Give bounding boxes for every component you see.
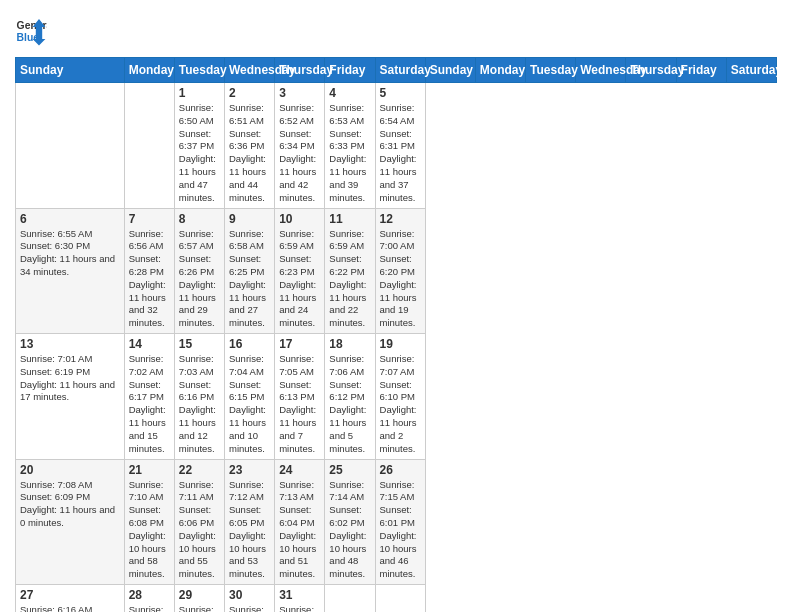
day-info: Sunrise: 6:59 AM Sunset: 6:22 PM Dayligh… bbox=[329, 228, 370, 331]
day-cell: 14Sunrise: 7:02 AM Sunset: 6:17 PM Dayli… bbox=[124, 334, 174, 460]
day-cell bbox=[16, 83, 125, 209]
day-cell: 20Sunrise: 7:08 AM Sunset: 6:09 PM Dayli… bbox=[16, 459, 125, 585]
day-cell: 9Sunrise: 6:58 AM Sunset: 6:25 PM Daylig… bbox=[225, 208, 275, 334]
day-info: Sunrise: 6:17 AM Sunset: 4:59 PM Dayligh… bbox=[129, 604, 170, 612]
day-number: 31 bbox=[279, 588, 320, 602]
day-cell: 3Sunrise: 6:52 AM Sunset: 6:34 PM Daylig… bbox=[275, 83, 325, 209]
week-row-3: 13Sunrise: 7:01 AM Sunset: 6:19 PM Dayli… bbox=[16, 334, 777, 460]
day-number: 23 bbox=[229, 463, 270, 477]
day-cell bbox=[124, 83, 174, 209]
col-header-saturday: Saturday bbox=[726, 58, 776, 83]
day-cell: 16Sunrise: 7:04 AM Sunset: 6:15 PM Dayli… bbox=[225, 334, 275, 460]
day-number: 9 bbox=[229, 212, 270, 226]
day-cell: 15Sunrise: 7:03 AM Sunset: 6:16 PM Dayli… bbox=[174, 334, 224, 460]
logo-icon: General Blue bbox=[15, 15, 47, 47]
day-cell: 21Sunrise: 7:10 AM Sunset: 6:08 PM Dayli… bbox=[124, 459, 174, 585]
day-cell: 23Sunrise: 7:12 AM Sunset: 6:05 PM Dayli… bbox=[225, 459, 275, 585]
day-info: Sunrise: 7:12 AM Sunset: 6:05 PM Dayligh… bbox=[229, 479, 270, 582]
day-info: Sunrise: 7:10 AM Sunset: 6:08 PM Dayligh… bbox=[129, 479, 170, 582]
day-number: 16 bbox=[229, 337, 270, 351]
day-number: 5 bbox=[380, 86, 421, 100]
day-cell: 6Sunrise: 6:55 AM Sunset: 6:30 PM Daylig… bbox=[16, 208, 125, 334]
day-info: Sunrise: 6:18 AM Sunset: 4:57 PM Dayligh… bbox=[179, 604, 220, 612]
col-header-tuesday: Tuesday bbox=[174, 58, 224, 83]
day-number: 8 bbox=[179, 212, 220, 226]
day-number: 30 bbox=[229, 588, 270, 602]
col-header-saturday: Saturday bbox=[375, 58, 425, 83]
day-number: 14 bbox=[129, 337, 170, 351]
day-cell: 19Sunrise: 7:07 AM Sunset: 6:10 PM Dayli… bbox=[375, 334, 425, 460]
day-number: 25 bbox=[329, 463, 370, 477]
day-info: Sunrise: 7:14 AM Sunset: 6:02 PM Dayligh… bbox=[329, 479, 370, 582]
header-row: SundayMondayTuesdayWednesdayThursdayFrid… bbox=[16, 58, 777, 83]
day-info: Sunrise: 7:00 AM Sunset: 6:20 PM Dayligh… bbox=[380, 228, 421, 331]
col-header-thursday: Thursday bbox=[626, 58, 676, 83]
day-cell: 7Sunrise: 6:56 AM Sunset: 6:28 PM Daylig… bbox=[124, 208, 174, 334]
day-info: Sunrise: 7:15 AM Sunset: 6:01 PM Dayligh… bbox=[380, 479, 421, 582]
col-header-thursday: Thursday bbox=[275, 58, 325, 83]
col-header-monday: Monday bbox=[124, 58, 174, 83]
day-cell: 31Sunrise: 6:20 AM Sunset: 4:55 PM Dayli… bbox=[275, 585, 325, 613]
day-number: 12 bbox=[380, 212, 421, 226]
col-header-sunday: Sunday bbox=[16, 58, 125, 83]
day-number: 26 bbox=[380, 463, 421, 477]
day-number: 15 bbox=[179, 337, 220, 351]
day-number: 21 bbox=[129, 463, 170, 477]
day-cell: 12Sunrise: 7:00 AM Sunset: 6:20 PM Dayli… bbox=[375, 208, 425, 334]
day-number: 7 bbox=[129, 212, 170, 226]
day-cell: 18Sunrise: 7:06 AM Sunset: 6:12 PM Dayli… bbox=[325, 334, 375, 460]
day-cell: 10Sunrise: 6:59 AM Sunset: 6:23 PM Dayli… bbox=[275, 208, 325, 334]
day-number: 19 bbox=[380, 337, 421, 351]
day-info: Sunrise: 7:06 AM Sunset: 6:12 PM Dayligh… bbox=[329, 353, 370, 456]
day-number: 6 bbox=[20, 212, 120, 226]
col-header-friday: Friday bbox=[676, 58, 726, 83]
day-info: Sunrise: 7:05 AM Sunset: 6:13 PM Dayligh… bbox=[279, 353, 320, 456]
day-info: Sunrise: 7:02 AM Sunset: 6:17 PM Dayligh… bbox=[129, 353, 170, 456]
day-number: 29 bbox=[179, 588, 220, 602]
day-info: Sunrise: 6:53 AM Sunset: 6:33 PM Dayligh… bbox=[329, 102, 370, 205]
day-info: Sunrise: 6:54 AM Sunset: 6:31 PM Dayligh… bbox=[380, 102, 421, 205]
day-cell: 28Sunrise: 6:17 AM Sunset: 4:59 PM Dayli… bbox=[124, 585, 174, 613]
day-info: Sunrise: 6:59 AM Sunset: 6:23 PM Dayligh… bbox=[279, 228, 320, 331]
day-cell: 4Sunrise: 6:53 AM Sunset: 6:33 PM Daylig… bbox=[325, 83, 375, 209]
day-cell: 29Sunrise: 6:18 AM Sunset: 4:57 PM Dayli… bbox=[174, 585, 224, 613]
logo: General Blue bbox=[15, 15, 47, 47]
day-info: Sunrise: 6:20 AM Sunset: 4:55 PM Dayligh… bbox=[279, 604, 320, 612]
day-info: Sunrise: 7:03 AM Sunset: 6:16 PM Dayligh… bbox=[179, 353, 220, 456]
day-cell: 11Sunrise: 6:59 AM Sunset: 6:22 PM Dayli… bbox=[325, 208, 375, 334]
day-number: 28 bbox=[129, 588, 170, 602]
day-cell: 26Sunrise: 7:15 AM Sunset: 6:01 PM Dayli… bbox=[375, 459, 425, 585]
day-number: 18 bbox=[329, 337, 370, 351]
day-info: Sunrise: 6:56 AM Sunset: 6:28 PM Dayligh… bbox=[129, 228, 170, 331]
day-number: 3 bbox=[279, 86, 320, 100]
day-cell: 5Sunrise: 6:54 AM Sunset: 6:31 PM Daylig… bbox=[375, 83, 425, 209]
day-number: 2 bbox=[229, 86, 270, 100]
day-info: Sunrise: 6:51 AM Sunset: 6:36 PM Dayligh… bbox=[229, 102, 270, 205]
day-cell: 25Sunrise: 7:14 AM Sunset: 6:02 PM Dayli… bbox=[325, 459, 375, 585]
col-header-friday: Friday bbox=[325, 58, 375, 83]
day-info: Sunrise: 7:04 AM Sunset: 6:15 PM Dayligh… bbox=[229, 353, 270, 456]
day-cell bbox=[375, 585, 425, 613]
day-number: 13 bbox=[20, 337, 120, 351]
day-info: Sunrise: 7:07 AM Sunset: 6:10 PM Dayligh… bbox=[380, 353, 421, 456]
day-number: 22 bbox=[179, 463, 220, 477]
col-header-wednesday: Wednesday bbox=[576, 58, 626, 83]
col-header-sunday: Sunday bbox=[425, 58, 475, 83]
day-info: Sunrise: 6:16 AM Sunset: 5:00 PM Dayligh… bbox=[20, 604, 120, 612]
day-cell: 30Sunrise: 6:19 AM Sunset: 4:56 PM Dayli… bbox=[225, 585, 275, 613]
day-number: 27 bbox=[20, 588, 120, 602]
week-row-2: 6Sunrise: 6:55 AM Sunset: 6:30 PM Daylig… bbox=[16, 208, 777, 334]
day-cell: 8Sunrise: 6:57 AM Sunset: 6:26 PM Daylig… bbox=[174, 208, 224, 334]
day-cell: 2Sunrise: 6:51 AM Sunset: 6:36 PM Daylig… bbox=[225, 83, 275, 209]
col-header-wednesday: Wednesday bbox=[225, 58, 275, 83]
day-info: Sunrise: 6:50 AM Sunset: 6:37 PM Dayligh… bbox=[179, 102, 220, 205]
day-cell: 17Sunrise: 7:05 AM Sunset: 6:13 PM Dayli… bbox=[275, 334, 325, 460]
day-number: 4 bbox=[329, 86, 370, 100]
day-info: Sunrise: 6:52 AM Sunset: 6:34 PM Dayligh… bbox=[279, 102, 320, 205]
day-info: Sunrise: 6:19 AM Sunset: 4:56 PM Dayligh… bbox=[229, 604, 270, 612]
day-cell bbox=[325, 585, 375, 613]
day-info: Sunrise: 7:08 AM Sunset: 6:09 PM Dayligh… bbox=[20, 479, 120, 530]
week-row-5: 27Sunrise: 6:16 AM Sunset: 5:00 PM Dayli… bbox=[16, 585, 777, 613]
day-cell: 22Sunrise: 7:11 AM Sunset: 6:06 PM Dayli… bbox=[174, 459, 224, 585]
week-row-4: 20Sunrise: 7:08 AM Sunset: 6:09 PM Dayli… bbox=[16, 459, 777, 585]
